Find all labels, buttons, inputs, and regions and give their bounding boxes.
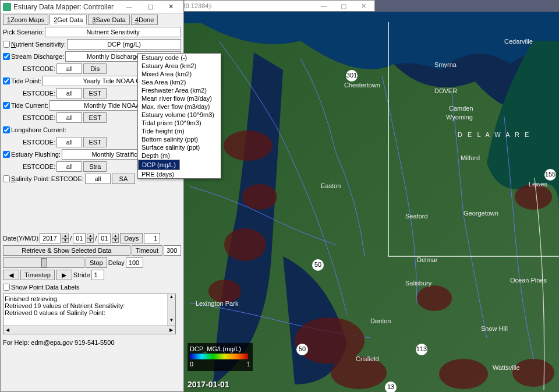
place-label: Crisfield xyxy=(356,355,379,362)
estcode-est-3[interactable]: EST xyxy=(83,112,107,123)
place-label: Salisbury xyxy=(405,280,432,287)
svg-point-1 xyxy=(224,130,273,161)
place-label: Georgetown xyxy=(464,210,498,217)
estcode-label-1: ESTCODE: xyxy=(23,65,55,72)
timeout-button[interactable]: Timeout xyxy=(132,245,162,256)
nutrient-option[interactable]: Estuary code (-) xyxy=(138,54,221,62)
nutrient-option[interactable]: Mean river flow (m3/day) xyxy=(138,94,221,103)
salinity-checkbox[interactable] xyxy=(3,175,10,182)
timeout-input[interactable] xyxy=(164,245,181,256)
log-line-1: Retrieved 19 values of Nutrient Sensitiv… xyxy=(5,302,174,309)
estcode-label-6: ESTCODE: xyxy=(51,175,84,182)
log-vscroll[interactable]: ▲▼ xyxy=(167,294,175,326)
tab-row: 1 Zoom Maps 2 Get Data 3 Save Data 4 Don… xyxy=(3,15,181,25)
place-label: Denton xyxy=(370,317,391,324)
log-hscroll[interactable]: ◀▶ xyxy=(3,326,176,334)
close-button[interactable]: ✕ xyxy=(160,1,181,13)
day-spinner[interactable]: ▲▼ xyxy=(112,234,119,243)
viewer-minimize[interactable]: — xyxy=(315,2,332,9)
delay-input[interactable] xyxy=(126,257,143,268)
stream-checkbox[interactable] xyxy=(3,53,10,60)
progress-slider[interactable] xyxy=(3,257,84,268)
place-label: Seaford xyxy=(405,213,428,220)
tidecurrent-checkbox[interactable] xyxy=(3,102,10,109)
retrieve-button[interactable]: Retrieve & Show Selected Data xyxy=(3,245,130,256)
date-year-input[interactable] xyxy=(40,233,61,243)
nutrient-option[interactable]: Tidal prism (10^9m3) xyxy=(138,119,221,127)
tab-save-data[interactable]: 3 Save Data xyxy=(88,15,130,25)
nutrient-option[interactable]: Freshwater Area (km2) xyxy=(138,86,221,94)
place-label: Delmar xyxy=(417,256,438,263)
stop-button[interactable]: Stop xyxy=(86,257,107,268)
next-timestep-button[interactable]: ▶ xyxy=(56,270,72,280)
map-date-overlay: 2017-01-01 xyxy=(187,380,229,389)
estcode-est-2[interactable]: EST xyxy=(83,88,107,98)
nutrient-option[interactable]: Surface salinity (ppt) xyxy=(138,143,221,151)
nutrient-option[interactable]: Estuary Area (km2) xyxy=(138,62,221,70)
prev-timestep-button[interactable]: ◀ xyxy=(3,270,19,280)
date-day-input[interactable] xyxy=(98,233,111,243)
legend-min: 0 xyxy=(190,361,193,368)
date-month-input[interactable] xyxy=(73,233,86,243)
controller-titlebar[interactable]: Estuary Data Mapper: Controller — ▢ ✕ xyxy=(1,1,183,13)
nutrient-option[interactable]: Depth (m) xyxy=(138,151,221,160)
svg-point-7 xyxy=(417,285,452,311)
svg-point-4 xyxy=(208,280,241,303)
longshore-checkbox[interactable] xyxy=(3,126,10,133)
nutrient-option[interactable]: Tide height (m) xyxy=(138,127,221,135)
log-textarea[interactable]: Finished retrieving. Retrieved 19 values… xyxy=(3,294,176,326)
year-spinner[interactable]: ▲▼ xyxy=(62,234,69,243)
viewer-maximize[interactable]: ▢ xyxy=(335,2,352,10)
map-viewport[interactable]: CedarvilleSmyrnaChestertownDOVERCamdenWy… xyxy=(184,12,559,392)
estcode-disp-1[interactable]: Dis xyxy=(83,63,107,74)
timestep-label: Timestep xyxy=(20,270,55,280)
nutrient-option[interactable]: DCP (mg/L) xyxy=(138,160,180,170)
nutrient-option[interactable]: Bottom salinity (ppt) xyxy=(138,135,221,143)
viewer-close[interactable]: ✕ xyxy=(355,2,372,10)
tab-zoom-maps[interactable]: 1 Zoom Maps xyxy=(3,15,48,25)
tidepoint-checkbox[interactable] xyxy=(3,77,10,84)
legend-colorbar xyxy=(190,354,248,359)
nutrient-option[interactable]: Mixed Area (km2) xyxy=(138,70,221,78)
place-label: Camden xyxy=(449,105,473,112)
salinity-label: Salinity Point: xyxy=(11,175,50,182)
flushing-checkbox[interactable] xyxy=(3,151,10,158)
nutrient-option[interactable]: Sea Area (km2) xyxy=(138,78,221,86)
place-label: Lewes xyxy=(529,181,547,188)
estcode-label-4: ESTCODE: xyxy=(23,139,55,146)
maximize-button[interactable]: ▢ xyxy=(139,1,160,13)
map-legend: DCP_MG/L(mg/L) 01 xyxy=(187,343,253,371)
nutrient-checkbox[interactable] xyxy=(3,41,10,48)
tab-get-data[interactable]: 2 Get Data xyxy=(49,15,87,25)
days-input[interactable] xyxy=(144,233,160,243)
estcode-est-4[interactable]: EST xyxy=(83,137,107,147)
estcode-sa-6[interactable]: SA xyxy=(112,174,135,184)
month-spinner[interactable]: ▲▼ xyxy=(87,234,94,243)
nutrient-label: Nutrient Sensitivity: xyxy=(11,41,66,48)
estcode-sel-1[interactable]: all xyxy=(56,63,82,74)
estcode-sel-5[interactable]: all xyxy=(56,161,82,172)
nutrient-option[interactable]: Max. river flow (m3/day) xyxy=(138,103,221,111)
minimize-button[interactable]: — xyxy=(118,1,139,13)
pick-scenario-label: Pick Scenario: xyxy=(3,29,44,36)
pick-scenario-select[interactable]: Nutrient Sensitivity xyxy=(45,27,181,37)
controller-title: Estuary Data Mapper: Controller xyxy=(13,3,116,11)
estcode-sel-6[interactable]: all xyxy=(85,174,111,184)
estcode-sel-2[interactable]: all xyxy=(56,88,82,98)
tab-done[interactable]: 4 Done xyxy=(131,15,158,25)
nutrient-option[interactable]: Estuary volume (10^9m3) xyxy=(138,111,221,119)
place-label: Smyrna xyxy=(434,61,457,68)
estcode-sel-3[interactable]: all xyxy=(56,112,82,123)
stride-input[interactable] xyxy=(91,270,104,280)
estcode-stra-5[interactable]: Stra xyxy=(83,161,107,172)
date-label: Date(Y/M/D) xyxy=(3,235,38,242)
days-button[interactable]: Days xyxy=(120,233,143,243)
estcode-sel-4[interactable]: all xyxy=(56,137,82,147)
estcode-label-3: ESTCODE: xyxy=(23,114,55,121)
place-label: Wattsville xyxy=(493,364,520,371)
nutrient-select[interactable]: DCP (mg/L) xyxy=(67,39,181,50)
svg-point-3 xyxy=(224,228,266,261)
highway-shield-label: 50 xyxy=(299,345,306,352)
nutrient-option[interactable]: PRE (days) xyxy=(138,170,221,178)
show-labels-checkbox[interactable] xyxy=(3,284,10,291)
